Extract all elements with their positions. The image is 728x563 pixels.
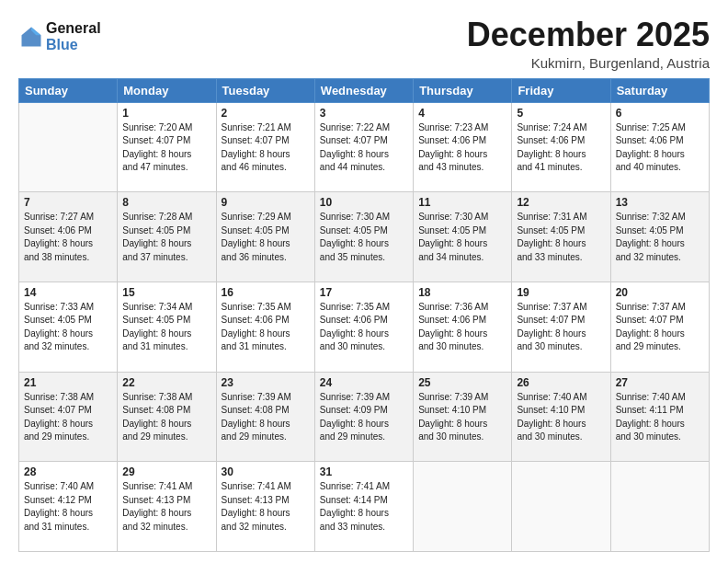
day-info: Sunrise: 7:41 AM Sunset: 4:13 PM Dayligh… [122,480,210,534]
day-info: Sunrise: 7:30 AM Sunset: 4:05 PM Dayligh… [320,211,408,264]
day-number: 18 [418,286,506,299]
calendar-cell: 28Sunrise: 7:40 AM Sunset: 4:12 PM Dayli… [19,462,118,552]
day-number: 15 [122,286,210,299]
day-number: 13 [616,196,704,209]
day-info: Sunrise: 7:37 AM Sunset: 4:07 PM Dayligh… [517,301,605,354]
calendar-cell: 11Sunrise: 7:30 AM Sunset: 4:05 PM Dayli… [414,192,512,282]
calendar-cell: 16Sunrise: 7:35 AM Sunset: 4:06 PM Dayli… [216,282,314,372]
day-number: 10 [320,196,408,209]
logo-text: General Blue [46,20,101,53]
calendar-cell: 21Sunrise: 7:38 AM Sunset: 4:07 PM Dayli… [19,372,118,462]
logo: General Blue [18,20,101,53]
calendar-cell: 12Sunrise: 7:31 AM Sunset: 4:05 PM Dayli… [512,192,610,282]
calendar-cell: 15Sunrise: 7:34 AM Sunset: 4:05 PM Dayli… [118,282,216,372]
calendar-cell: 23Sunrise: 7:39 AM Sunset: 4:08 PM Dayli… [216,372,314,462]
day-number: 4 [418,107,506,120]
calendar-cell: 1Sunrise: 7:20 AM Sunset: 4:07 PM Daylig… [118,102,216,192]
day-info: Sunrise: 7:25 AM Sunset: 4:06 PM Dayligh… [616,121,704,175]
day-header-wednesday: Wednesday [314,78,413,102]
day-number: 29 [122,465,210,478]
day-info: Sunrise: 7:23 AM Sunset: 4:06 PM Dayligh… [418,121,506,175]
day-info: Sunrise: 7:31 AM Sunset: 4:05 PM Dayligh… [517,211,605,264]
calendar-cell: 8Sunrise: 7:28 AM Sunset: 4:05 PM Daylig… [118,192,216,282]
day-number: 26 [517,376,605,389]
day-info: Sunrise: 7:41 AM Sunset: 4:13 PM Dayligh… [222,480,310,534]
day-info: Sunrise: 7:38 AM Sunset: 4:08 PM Dayligh… [122,391,210,444]
day-number: 22 [122,376,210,389]
day-number: 8 [122,196,210,209]
calendar-cell: 22Sunrise: 7:38 AM Sunset: 4:08 PM Dayli… [118,372,216,462]
day-number: 5 [517,107,605,120]
day-info: Sunrise: 7:21 AM Sunset: 4:07 PM Dayligh… [222,121,310,175]
logo-icon [18,24,44,50]
calendar-cell: 4Sunrise: 7:23 AM Sunset: 4:06 PM Daylig… [414,102,512,192]
calendar-cell: 27Sunrise: 7:40 AM Sunset: 4:11 PM Dayli… [610,372,709,462]
calendar-cell: 3Sunrise: 7:22 AM Sunset: 4:07 PM Daylig… [314,102,413,192]
day-number: 12 [517,196,605,209]
day-header-friday: Friday [512,78,610,102]
calendar-cell: 25Sunrise: 7:39 AM Sunset: 4:10 PM Dayli… [414,372,512,462]
day-number: 19 [517,286,605,299]
day-info: Sunrise: 7:40 AM Sunset: 4:12 PM Dayligh… [24,480,112,534]
day-number: 9 [222,196,310,209]
calendar-cell: 30Sunrise: 7:41 AM Sunset: 4:13 PM Dayli… [216,462,314,552]
day-info: Sunrise: 7:34 AM Sunset: 4:05 PM Dayligh… [122,301,210,354]
day-number: 31 [320,465,408,478]
day-number: 21 [24,376,112,389]
day-info: Sunrise: 7:41 AM Sunset: 4:14 PM Dayligh… [320,480,408,534]
day-header-monday: Monday [118,78,216,102]
day-info: Sunrise: 7:36 AM Sunset: 4:06 PM Dayligh… [418,301,506,354]
calendar-cell: 17Sunrise: 7:35 AM Sunset: 4:06 PM Dayli… [314,282,413,372]
calendar-cell: 10Sunrise: 7:30 AM Sunset: 4:05 PM Dayli… [314,192,413,282]
day-number: 14 [24,286,112,299]
day-number: 20 [616,286,704,299]
day-info: Sunrise: 7:24 AM Sunset: 4:06 PM Dayligh… [517,121,605,175]
day-info: Sunrise: 7:30 AM Sunset: 4:05 PM Dayligh… [418,211,506,264]
calendar-cell [610,462,709,552]
calendar: SundayMondayTuesdayWednesdayThursdayFrid… [18,78,710,552]
week-row-3: 14Sunrise: 7:33 AM Sunset: 4:05 PM Dayli… [19,282,710,372]
day-info: Sunrise: 7:35 AM Sunset: 4:06 PM Dayligh… [320,301,408,354]
day-info: Sunrise: 7:27 AM Sunset: 4:06 PM Dayligh… [24,211,112,264]
day-info: Sunrise: 7:22 AM Sunset: 4:07 PM Dayligh… [320,121,408,175]
day-number: 27 [616,376,704,389]
day-number: 1 [122,107,210,120]
calendar-cell: 7Sunrise: 7:27 AM Sunset: 4:06 PM Daylig… [19,192,118,282]
calendar-cell: 6Sunrise: 7:25 AM Sunset: 4:06 PM Daylig… [610,102,709,192]
day-info: Sunrise: 7:32 AM Sunset: 4:05 PM Dayligh… [616,211,704,264]
day-number: 7 [24,196,112,209]
week-row-4: 21Sunrise: 7:38 AM Sunset: 4:07 PM Dayli… [19,372,710,462]
day-number: 23 [222,376,310,389]
calendar-cell: 31Sunrise: 7:41 AM Sunset: 4:14 PM Dayli… [314,462,413,552]
week-row-2: 7Sunrise: 7:27 AM Sunset: 4:06 PM Daylig… [19,192,710,282]
calendar-cell [19,102,118,192]
day-number: 25 [418,376,506,389]
calendar-cell: 2Sunrise: 7:21 AM Sunset: 4:07 PM Daylig… [216,102,314,192]
week-row-1: 1Sunrise: 7:20 AM Sunset: 4:07 PM Daylig… [19,102,710,192]
calendar-cell: 20Sunrise: 7:37 AM Sunset: 4:07 PM Dayli… [610,282,709,372]
header-row: SundayMondayTuesdayWednesdayThursdayFrid… [19,78,710,102]
calendar-cell: 14Sunrise: 7:33 AM Sunset: 4:05 PM Dayli… [19,282,118,372]
day-info: Sunrise: 7:40 AM Sunset: 4:11 PM Dayligh… [616,391,704,444]
day-number: 11 [418,196,506,209]
calendar-cell: 29Sunrise: 7:41 AM Sunset: 4:13 PM Dayli… [118,462,216,552]
calendar-body: 1Sunrise: 7:20 AM Sunset: 4:07 PM Daylig… [19,102,710,551]
calendar-cell [414,462,512,552]
day-info: Sunrise: 7:20 AM Sunset: 4:07 PM Dayligh… [122,121,210,175]
day-info: Sunrise: 7:39 AM Sunset: 4:08 PM Dayligh… [222,391,310,444]
calendar-table: SundayMondayTuesdayWednesdayThursdayFrid… [18,78,710,552]
calendar-cell: 26Sunrise: 7:40 AM Sunset: 4:10 PM Dayli… [512,372,610,462]
calendar-cell [512,462,610,552]
day-number: 3 [320,107,408,120]
day-info: Sunrise: 7:35 AM Sunset: 4:06 PM Dayligh… [222,301,310,354]
header: General Blue December 2025 Kukmirn, Burg… [18,17,710,71]
calendar-cell: 19Sunrise: 7:37 AM Sunset: 4:07 PM Dayli… [512,282,610,372]
day-number: 30 [222,465,310,478]
day-header-sunday: Sunday [19,78,118,102]
calendar-cell: 5Sunrise: 7:24 AM Sunset: 4:06 PM Daylig… [512,102,610,192]
day-number: 17 [320,286,408,299]
day-info: Sunrise: 7:37 AM Sunset: 4:07 PM Dayligh… [616,301,704,354]
day-number: 2 [222,107,310,120]
day-info: Sunrise: 7:40 AM Sunset: 4:10 PM Dayligh… [517,391,605,444]
day-number: 28 [24,465,112,478]
